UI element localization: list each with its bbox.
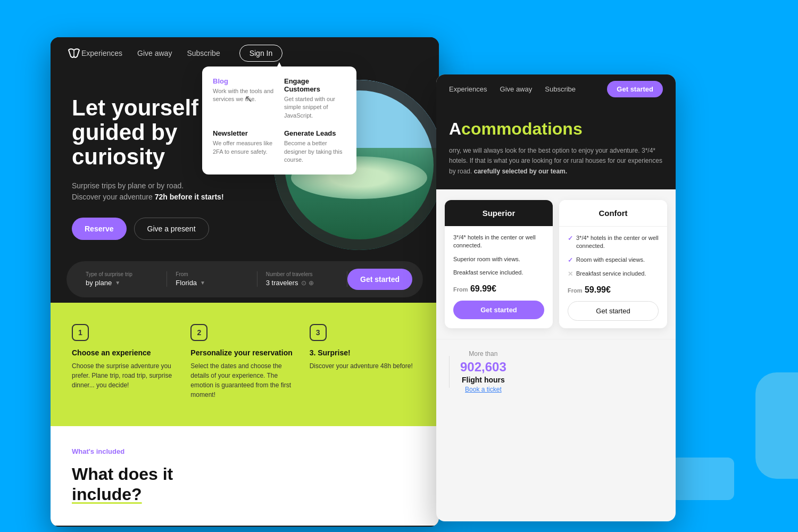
popup-item-blog-title: Blog xyxy=(213,77,275,85)
confort-header: Confort xyxy=(559,200,667,227)
step-1-title: Choose an experience xyxy=(72,348,180,357)
right-get-started-button[interactable]: Get started xyxy=(607,81,663,97)
section-label: What's included xyxy=(72,447,418,455)
chevron-down-icon: ▼ xyxy=(115,280,120,286)
stats-divider xyxy=(449,356,450,388)
pricing-card-superior: Superior 3*/4* hotels in the center or w… xyxy=(445,200,553,328)
right-navbar: Experiences Give away Subscribe Get star… xyxy=(436,74,676,104)
stats-label: More than xyxy=(460,350,506,358)
travelers-field[interactable]: Number of travelers 3 travelers ⊙ ⊕ xyxy=(257,271,347,287)
popup-item-engage-title: Engage Customers xyxy=(284,77,346,93)
trip-type-value: by plane ▼ xyxy=(86,279,158,287)
dropdown-popup: Blog Work with the tools and services we… xyxy=(202,66,356,174)
right-hero-desc: orry, we will always look for the best o… xyxy=(449,146,663,177)
trip-type-label: Type of surprise trip xyxy=(86,271,158,277)
check-icon-1: ✓ xyxy=(568,234,573,243)
book-ticket-link[interactable]: Book a ticket xyxy=(465,386,502,393)
cross-icon: ✕ xyxy=(568,270,573,279)
confort-body: ✓ 3*/4* hotels in the center or well con… xyxy=(559,227,667,328)
popup-item-newsletter-title: Newsletter xyxy=(213,129,275,137)
popup-item-leads-title: Generate Leads xyxy=(284,129,346,137)
superior-body: 3*/4* hotels in the center or well conne… xyxy=(445,226,553,327)
nav-link-subscribe[interactable]: Subscribe xyxy=(187,49,220,57)
superior-feature-1: 3*/4* hotels in the center or well conne… xyxy=(453,234,544,250)
popup-item-blog-desc: Work with the tools and services we use. xyxy=(213,87,275,104)
steps-section: 1 Choose an experience Choose the surpri… xyxy=(51,303,439,426)
stats-unit: Flight hours xyxy=(460,376,506,384)
nav-link-experiences[interactable]: Experiences xyxy=(81,49,122,57)
step-1-number: 1 xyxy=(72,324,89,341)
popup-item-engage-desc: Get started with our simple snippet of J… xyxy=(284,95,346,120)
from-field[interactable]: From Florida ▼ xyxy=(167,271,257,287)
gift-button[interactable]: Give a present xyxy=(134,218,209,240)
traveler-icons: ⊙ ⊕ xyxy=(301,279,313,287)
pricing-card-confort: Confort ✓ 3*/4* hotels in the center or … xyxy=(559,200,667,328)
popup-item-newsletter-desc: We offer measures like 2FA to ensure saf… xyxy=(213,139,275,156)
right-hero: Acommodations orry, we will always look … xyxy=(436,104,676,189)
check-icon-2: ✓ xyxy=(568,256,573,265)
popup-item-leads[interactable]: Generate Leads Become a better designer … xyxy=(284,129,346,164)
travelers-label: Number of travelers xyxy=(266,271,338,277)
step-2-title: Personalize your reservation xyxy=(190,348,298,357)
left-navbar: Experiences Give away Subscribe Sign In xyxy=(51,37,439,69)
trip-type-field[interactable]: Type of surprise trip by plane ▼ xyxy=(77,271,167,287)
search-bar: Type of surprise trip by plane ▼ From Fl… xyxy=(66,261,423,297)
popup-item-blog[interactable]: Blog Work with the tools and services we… xyxy=(213,77,275,120)
step-1: 1 Choose an experience Choose the surpri… xyxy=(72,324,180,400)
right-window: Experiences Give away Subscribe Get star… xyxy=(436,74,676,521)
stats-section: More than 902,603 Flight hours Book a ti… xyxy=(436,339,676,404)
superior-price: From 69.99€ xyxy=(453,283,544,294)
right-nav-subscribe[interactable]: Subscribe xyxy=(545,85,576,93)
confort-feature-2: ✓ Room with especial views. xyxy=(568,256,659,265)
stats-number: 902,603 xyxy=(460,360,506,375)
nav-link-giveaway[interactable]: Give away xyxy=(137,49,172,57)
right-nav-giveaway[interactable]: Give away xyxy=(500,85,533,93)
decorative-shape-bottom xyxy=(670,458,734,500)
step-2: 2 Personalize your reservation Select th… xyxy=(190,324,298,400)
left-nav-links: Experiences Give away Subscribe Sign In xyxy=(81,45,282,62)
superior-title: Superior xyxy=(453,209,544,218)
popup-item-newsletter[interactable]: Newsletter We offer measures like 2FA to… xyxy=(213,129,275,164)
confort-feature-1: ✓ 3*/4* hotels in the center or well con… xyxy=(568,234,659,251)
step-2-desc: Select the dates and choose the details … xyxy=(190,361,298,400)
step-3-title: 3. Surprise! xyxy=(310,348,418,357)
search-button[interactable]: Get started xyxy=(347,269,412,290)
superior-feature-3: Breakfast service included. xyxy=(453,269,544,277)
from-label: From xyxy=(176,271,248,277)
superior-header: Superior xyxy=(445,200,553,226)
signin-button[interactable]: Sign In xyxy=(239,45,283,62)
chevron-down-icon-2: ▼ xyxy=(200,280,205,286)
superior-get-started-button[interactable]: Get started xyxy=(453,301,544,319)
superior-feature-2: Superior room with views. xyxy=(453,255,544,263)
right-nav-experiences[interactable]: Experiences xyxy=(449,85,487,93)
from-value: Florida ▼ xyxy=(176,279,248,287)
travelers-value: 3 travelers ⊙ ⊕ xyxy=(266,279,338,287)
confort-price: From 59.99€ xyxy=(568,285,659,295)
step-3: 3 3. Surprise! Discover your adventure 4… xyxy=(310,324,418,400)
step-3-number: 3 xyxy=(310,324,327,341)
stats-text: More than 902,603 Flight hours Book a ti… xyxy=(460,350,506,394)
confort-get-started-button[interactable]: Get started xyxy=(568,301,659,321)
steps-grid: 1 Choose an experience Choose the surpri… xyxy=(72,324,418,400)
popup-item-engage[interactable]: Engage Customers Get started with our si… xyxy=(284,77,346,120)
reserve-button[interactable]: Reserve xyxy=(72,218,127,240)
logo[interactable] xyxy=(66,46,81,61)
pricing-section: Superior 3*/4* hotels in the center or w… xyxy=(436,189,676,339)
popup-item-leads-desc: Become a better designer by taking this … xyxy=(284,139,346,164)
decorative-shape-right xyxy=(755,372,798,479)
popup-grid: Blog Work with the tools and services we… xyxy=(213,77,346,164)
section-title: What does it include? xyxy=(72,464,418,505)
whats-included-section: What's included What does it include? xyxy=(51,426,439,526)
step-2-number: 2 xyxy=(190,324,207,341)
step-1-desc: Choose the surprise adventure you prefer… xyxy=(72,361,180,390)
step-3-desc: Discover your adventure 48h before! xyxy=(310,361,418,371)
confort-feature-3: ✕ Breakfast service included. xyxy=(568,270,659,279)
confort-title: Confort xyxy=(568,209,659,218)
right-hero-title: Acommodations xyxy=(449,120,663,138)
